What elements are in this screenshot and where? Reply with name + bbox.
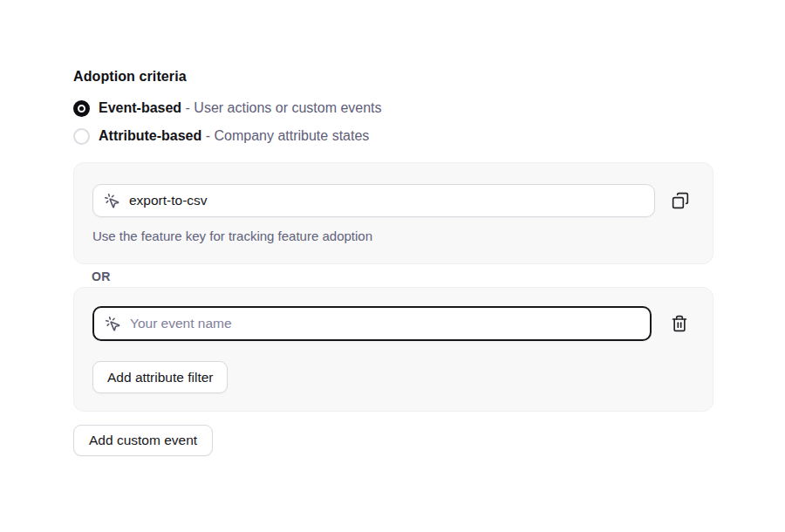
event-name-input[interactable] (121, 316, 650, 331)
radio-label-text: Event-based (99, 100, 181, 115)
radio-option-attribute-based[interactable]: Attribute-based - Company attribute stat… (73, 127, 369, 145)
radio-option-label: Attribute-based - Company attribute stat… (99, 127, 369, 145)
trash-icon (671, 315, 688, 332)
radio-option-label: Event-based - User actions or custom eve… (99, 99, 382, 117)
radio-label-description: - Company attribute states (206, 128, 370, 143)
copy-icon (672, 192, 689, 209)
feature-key-card: Use the feature key for tracking feature… (73, 162, 713, 264)
feature-key-helper-text: Use the feature key for tracking feature… (92, 228, 372, 243)
or-separator-label: OR (92, 269, 111, 283)
radio-label-text: Attribute-based (99, 128, 201, 143)
radio-unselected-icon[interactable] (73, 128, 90, 145)
page-title: Adoption criteria (73, 69, 187, 85)
event-name-input-wrapper (92, 306, 652, 341)
mouse-pointer-click-icon (105, 316, 121, 332)
mouse-pointer-click-icon (104, 193, 120, 209)
radio-label-description: - User actions or custom events (186, 100, 382, 115)
add-attribute-filter-button[interactable]: Add attribute filter (92, 361, 228, 393)
feature-key-input-wrapper (92, 184, 655, 217)
custom-event-card: Add attribute filter (73, 287, 713, 412)
copy-button[interactable] (667, 188, 693, 214)
feature-key-input[interactable] (120, 193, 654, 208)
add-custom-event-button[interactable]: Add custom event (73, 425, 213, 456)
delete-event-button[interactable] (666, 310, 693, 337)
radio-selected-icon[interactable] (73, 100, 90, 117)
radio-option-event-based[interactable]: Event-based - User actions or custom eve… (73, 99, 382, 117)
adoption-criteria-form: Adoption criteria Event-based - User act… (0, 0, 785, 532)
